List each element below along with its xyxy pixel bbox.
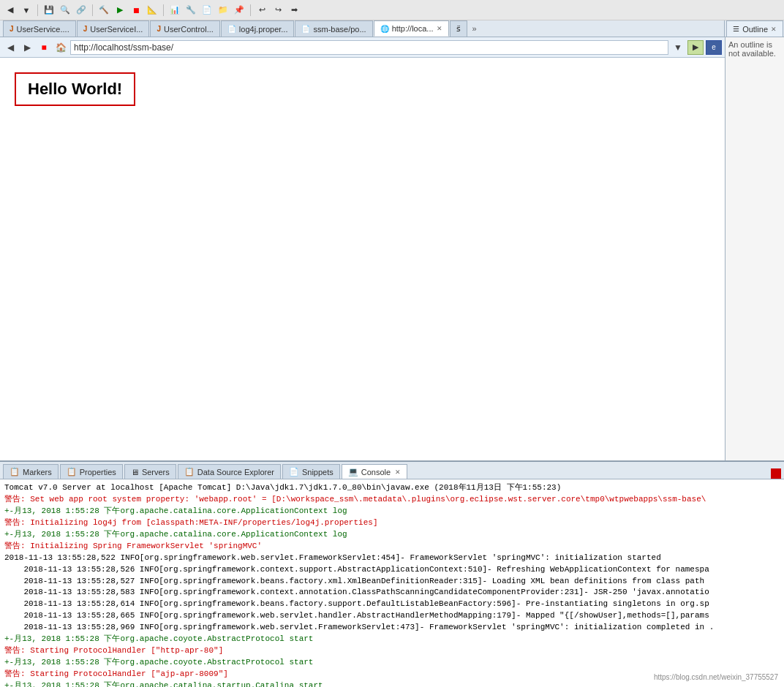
console-label: Console (361, 468, 391, 477)
bottom-tab-console[interactable]: 💻 Console ✕ (342, 464, 407, 479)
hello-world-text: Hello World! (28, 80, 122, 98)
console-close[interactable]: ✕ (395, 468, 401, 476)
tab-label: log4j.proper... (239, 25, 288, 34)
hello-world-box: Hello World! (15, 72, 135, 106)
toolbar-btn-folder[interactable]: 📁 (216, 3, 230, 18)
datasource-label: Data Source Explorer (197, 468, 274, 477)
toolbar-btn-chart[interactable]: 📊 (167, 3, 182, 18)
tab-more-dropdown[interactable]: » (468, 20, 481, 37)
tab-icon-file2: 📄 (301, 25, 310, 33)
console-line-8: 2018-11-13 13:55:28,527 INFO[org.springf… (4, 576, 780, 588)
addr-dropdown[interactable]: ▼ (671, 40, 685, 55)
bottom-tab-servers[interactable]: 🖥 Servers (124, 464, 176, 479)
tab-userservice[interactable]: J UserService.... (3, 20, 76, 37)
bottom-tab-properties[interactable]: 📋 Properties (60, 464, 123, 479)
tab-browser[interactable]: 🌐 http://loca... ✕ (374, 20, 449, 37)
console-line-7: 2018-11-13 13:55:28,526 INFO[org.springf… (4, 564, 780, 576)
eclipse-icon[interactable]: e (706, 40, 722, 55)
separator-2 (92, 4, 93, 16)
tab-label: http://loca... (392, 24, 434, 33)
outline-panel: An outline is not available. (725, 37, 784, 460)
datasource-icon: 📋 (184, 467, 195, 477)
tab-label: UserControl... (164, 25, 214, 34)
bottom-tab-bar: 📋 Markers 📋 Properties 🖥 Servers 📋 Data … (0, 462, 784, 479)
tab-userservicei[interactable]: J UserServiceI... (77, 20, 150, 37)
toolbar-btn-redo[interactable]: ↪ (271, 3, 285, 18)
console-line-11: 2018-11-13 13:55:28,665 INFO[org.springf… (4, 610, 780, 622)
console-line-13: +-月13, 2018 1:55:28 下午org.apache.coyote.… (4, 634, 780, 645)
nav-go-btn[interactable]: ▶ (687, 40, 704, 55)
browser-area: ◀ ▶ ■ 🏠 ▼ ▶ e Hello World! (0, 37, 725, 460)
toolbar-btn-run[interactable]: ▶ (113, 3, 127, 18)
nav-stop-btn[interactable]: ■ (37, 40, 51, 55)
console-line-5: 警告: Initializing Spring FrameworkServlet… (4, 541, 780, 553)
toolbar-btn-back[interactable]: ◀ (3, 3, 18, 18)
tab-extra[interactable]: s̈ (450, 20, 467, 37)
tab-icon-web: 🌐 (380, 25, 389, 33)
separator-3 (163, 4, 164, 16)
markers-label: Markers (23, 468, 52, 477)
console-stop-btn[interactable] (771, 468, 781, 479)
console-line-4: +-月13, 2018 1:55:28 下午org.apache.catalin… (4, 529, 780, 541)
toolbar-btn-undo[interactable]: ↩ (255, 3, 269, 18)
properties-icon: 📋 (67, 467, 77, 477)
outline-tab-area: ☰ Outline ✕ (724, 20, 784, 37)
toolbar-btn-save[interactable]: 💾 (42, 3, 56, 18)
markers-icon: 📋 (10, 467, 20, 477)
servers-label: Servers (142, 468, 170, 477)
properties-label: Properties (80, 468, 116, 477)
watermark: https://blog.csdn.net/weixin_37755527 (654, 673, 778, 681)
console-line-12: 2018-11-13 13:55:28,969 INFO[org.springf… (4, 622, 780, 634)
console-line-3: 警告: Initializing log4j from [classpath:M… (4, 517, 780, 529)
main-area: ◀ ▶ ■ 🏠 ▼ ▶ e Hello World! An outline is… (0, 37, 784, 460)
outline-tab-close[interactable]: ✕ (771, 26, 777, 33)
toolbar-btn-link[interactable]: 🔗 (74, 3, 88, 18)
bottom-panel: 📋 Markers 📋 Properties 🖥 Servers 📋 Data … (0, 460, 784, 687)
tab-label: s̈ (456, 24, 461, 34)
separator-4 (250, 4, 251, 16)
outline-content-text: An outline is not available. (725, 37, 784, 460)
tab-close-browser[interactable]: ✕ (437, 25, 442, 32)
console-line-14: 警告: Starting ProtocolHandler ["http-apr-… (4, 645, 780, 657)
tab-row: J UserService.... J UserServiceI... J Us… (0, 20, 784, 37)
tab-usercontrol[interactable]: J UserControl... (150, 20, 219, 37)
toolbar-btn-build[interactable]: 🔨 (97, 3, 111, 18)
toolbar-btn-dropdown[interactable]: ▼ (19, 3, 34, 18)
console-line-6: 2018-11-13 13:55:28,522 INFO[org.springf… (4, 553, 780, 564)
tab-ssm-base[interactable]: 📄 ssm-base/po... (295, 20, 372, 37)
console-output[interactable]: Tomcat v7.0 Server at localhost [Apache … (0, 479, 784, 687)
bottom-tab-markers[interactable]: 📋 Markers (3, 464, 59, 479)
console-line-0: Tomcat v7.0 Server at localhost [Apache … (4, 482, 780, 494)
web-content: Hello World! (0, 58, 725, 460)
snippets-label: Snippets (302, 468, 333, 477)
toolbar-btn-layout[interactable]: 📐 (145, 3, 159, 18)
bottom-tab-datasource[interactable]: 📋 Data Source Explorer (178, 464, 281, 479)
nav-home-btn[interactable]: 🏠 (53, 40, 68, 55)
toolbar-btn-pin[interactable]: 📌 (232, 3, 246, 18)
console-line-9: 2018-11-13 13:55:28,583 INFO[org.springf… (4, 587, 780, 599)
tab-label: UserService.... (17, 25, 69, 34)
tab-icon-j: J (10, 25, 14, 33)
toolbar-btn-settings[interactable]: 🔧 (184, 3, 198, 18)
url-input[interactable] (70, 40, 668, 55)
console-line-17: +-月13, 2018 1:55:28 下午org.apache.catalin… (4, 680, 780, 687)
console-line-1: 警告: Set web app root system property: 'w… (4, 494, 780, 506)
address-bar: ◀ ▶ ■ 🏠 ▼ ▶ e (0, 37, 725, 58)
toolbar-btn-stop[interactable]: ⏹ (129, 3, 143, 18)
toolbar-btn-search[interactable]: 🔍 (58, 3, 72, 18)
toolbar-btn-file[interactable]: 📄 (200, 3, 214, 18)
nav-forward-btn[interactable]: ▶ (20, 40, 34, 55)
nav-back-btn[interactable]: ◀ (3, 40, 18, 55)
toolbar-btn-forward[interactable]: ➡ (287, 3, 301, 18)
tab-icon-file1: 📄 (227, 25, 236, 33)
tab-outline[interactable]: ☰ Outline ✕ (726, 20, 783, 37)
bottom-tab-snippets[interactable]: 📄 Snippets (282, 464, 340, 479)
bottom-tab-right (771, 468, 784, 479)
tab-bar: J UserService.... J UserServiceI... J Us… (0, 20, 724, 37)
tab-icon-j2: J (83, 25, 88, 33)
top-toolbar: ◀ ▼ 💾 🔍 🔗 🔨 ▶ ⏹ 📐 📊 🔧 📄 📁 📌 ↩ ↪ ➡ (0, 0, 784, 20)
console-line-15: +-月13, 2018 1:55:28 下午org.apache.coyote.… (4, 657, 780, 669)
tab-log4j[interactable]: 📄 log4j.proper... (221, 20, 295, 37)
console-line-10: 2018-11-13 13:55:28,614 INFO[org.springf… (4, 599, 780, 610)
console-line-2: +-月13, 2018 1:55:28 下午org.apache.catalin… (4, 506, 780, 517)
